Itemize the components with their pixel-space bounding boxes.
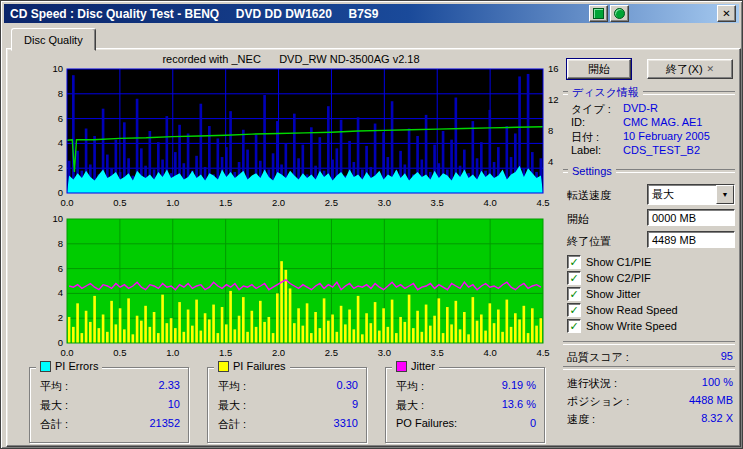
disc-label-row: Label:CDS_TEST_B2 <box>571 144 735 156</box>
svg-text:6: 6 <box>58 263 63 274</box>
avg-label: 平均 : <box>218 379 246 394</box>
jitter-legend: Jitter <box>392 360 439 372</box>
pi-failures-stats-box: PI Failures 平均 :0.30 最大 :9 合計 :3310 <box>207 367 367 443</box>
titlebar-spacer <box>629 13 715 14</box>
max-label: 最大 : <box>40 398 68 413</box>
disc-date-label: 日付 : <box>571 131 599 143</box>
svg-text:4: 4 <box>548 156 553 167</box>
title-bar: CD Speed : Disc Quality Test - BENQ DVD … <box>4 4 739 23</box>
svg-text:2: 2 <box>58 162 63 173</box>
avg-label: 平均 : <box>40 379 68 394</box>
app-window: CD Speed : Disc Quality Test - BENQ DVD … <box>0 0 743 449</box>
disc-label-value: CDS_TEST_B2 <box>623 144 700 156</box>
svg-text:2.5: 2.5 <box>325 347 338 358</box>
pi-failures-chart: 02468100.00.51.01.52.02.53.03.54.04.5 <box>9 213 561 365</box>
svg-text:1.0: 1.0 <box>166 197 179 208</box>
start-button[interactable]: 開始 <box>567 59 631 79</box>
divider <box>643 91 735 95</box>
disc-type-value: DVD-R <box>623 102 658 114</box>
start-position-field[interactable]: 0000 MB <box>647 209 735 226</box>
svg-text:3.0: 3.0 <box>378 197 391 208</box>
checkbox-label: Show Write Speed <box>586 320 677 332</box>
max-value: 13.6 % <box>502 398 536 413</box>
checkbox-box[interactable]: ✓ <box>567 255 581 269</box>
svg-text:4.5: 4.5 <box>536 347 549 358</box>
checkbox-label: Show C2/PIF <box>586 272 651 284</box>
checkbox-show-c2pif[interactable]: ✓ Show C2/PIF <box>567 271 651 285</box>
disc-date-value: 10 February 2005 <box>623 130 710 142</box>
svg-text:2.5: 2.5 <box>325 197 338 208</box>
total-label: 合計 : <box>40 417 68 432</box>
svg-text:10: 10 <box>52 63 63 74</box>
checkbox-label: Show Read Speed <box>586 304 678 316</box>
disc-icon-button[interactable] <box>610 5 629 22</box>
svg-text:0.0: 0.0 <box>60 347 73 358</box>
checkbox-box[interactable]: ✓ <box>567 271 581 285</box>
transfer-speed-label: 転送速度 <box>567 188 611 203</box>
disc-info-header: ディスク情報 <box>563 85 735 100</box>
graph-icon <box>593 8 604 19</box>
close-button[interactable]: ✕ <box>717 5 736 22</box>
checkbox-show-read-speed[interactable]: ✓ Show Read Speed <box>567 303 678 317</box>
pi-errors-legend-label: PI Errors <box>55 360 98 372</box>
divider <box>616 169 735 173</box>
settings-title: Settings <box>572 165 612 177</box>
disc-id-row: ID:CMC MAG. AE1 <box>571 116 735 128</box>
quality-score-value: 95 <box>721 350 733 362</box>
pi-errors-legend: PI Errors <box>36 360 102 372</box>
checkbox-show-c1pie[interactable]: ✓ Show C1/PIE <box>567 255 651 269</box>
checkbox-box[interactable]: ✓ <box>567 287 581 301</box>
svg-text:1.5: 1.5 <box>219 347 232 358</box>
transfer-speed-select[interactable]: 最大 ▼ <box>647 184 735 205</box>
pi-errors-stats-box: PI Errors 平均 :2.33 最大 :10 合計 :21352 <box>29 367 189 443</box>
quality-score-label: 品質スコア : <box>567 351 629 363</box>
divider <box>563 169 568 173</box>
svg-text:4.0: 4.0 <box>484 347 497 358</box>
po-failures-value: 0 <box>530 417 536 429</box>
checkbox-box[interactable]: ✓ <box>567 319 581 333</box>
speed-value: 8.32 X <box>701 412 733 424</box>
svg-text:4.5: 4.5 <box>536 197 549 208</box>
disc-id-value: CMC MAG. AE1 <box>623 116 702 128</box>
speed-row: 速度 : 8.32 X <box>567 412 733 427</box>
graph-icon-button[interactable] <box>589 5 608 22</box>
svg-text:3.5: 3.5 <box>431 197 444 208</box>
svg-text:3.5: 3.5 <box>431 347 444 358</box>
speed-label: 速度 : <box>567 413 595 425</box>
chevron-down-icon[interactable]: ▼ <box>716 185 734 204</box>
max-value: 10 <box>168 398 180 413</box>
divider <box>563 366 735 370</box>
max-value: 9 <box>352 398 358 413</box>
disc-info-title: ディスク情報 <box>572 85 639 100</box>
checkbox-label: Show Jitter <box>586 288 640 300</box>
checkbox-show-write-speed[interactable]: ✓ Show Write Speed <box>567 319 677 333</box>
checkbox-box[interactable]: ✓ <box>567 303 581 317</box>
tab-disc-quality[interactable]: Disc Quality <box>11 28 96 51</box>
progress-row: 進行状況 : 100 % <box>567 376 733 391</box>
svg-text:10: 10 <box>52 213 63 224</box>
svg-text:1.5: 1.5 <box>219 197 232 208</box>
svg-text:4: 4 <box>58 287 63 298</box>
exit-button[interactable]: 終了(X) ✕ <box>647 59 733 79</box>
end-position-field[interactable]: 4489 MB <box>647 231 735 248</box>
total-value: 21352 <box>149 417 180 432</box>
jitter-stats-box: Jitter 平均 :9.19 % 最大 :13.6 % PO Failures… <box>385 367 545 443</box>
pi-failures-swatch <box>218 361 229 372</box>
progress-value: 100 % <box>702 376 733 388</box>
position-label: ポジション : <box>567 395 629 407</box>
svg-text:0.5: 0.5 <box>113 197 126 208</box>
svg-text:3.0: 3.0 <box>378 347 391 358</box>
transfer-speed-value: 最大 <box>648 187 716 202</box>
divider <box>563 341 735 345</box>
disc-label-label: Label: <box>571 144 601 156</box>
svg-text:12: 12 <box>548 94 559 105</box>
jitter-swatch <box>396 361 407 372</box>
svg-text:8: 8 <box>58 238 63 249</box>
jitter-legend-label: Jitter <box>411 360 435 372</box>
checkbox-show-jitter[interactable]: ✓ Show Jitter <box>567 287 640 301</box>
exit-button-label: 終了(X) <box>666 62 703 77</box>
svg-text:2.0: 2.0 <box>272 197 285 208</box>
position-value: 4488 MB <box>689 394 733 406</box>
progress-label: 進行状況 : <box>567 377 617 389</box>
avg-label: 平均 : <box>396 379 424 394</box>
